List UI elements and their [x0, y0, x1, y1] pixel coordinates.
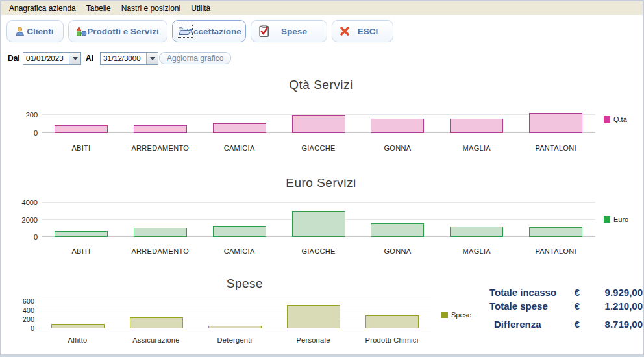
- bar-slot: [353, 301, 431, 328]
- x-axis-label: ABITI: [42, 144, 121, 152]
- bar-assicurazione: [130, 317, 183, 329]
- chevron-down-icon[interactable]: [146, 53, 158, 64]
- person-icon: [14, 26, 25, 37]
- euro-sign: €: [569, 301, 586, 312]
- differenza-row: Differenza € 8.719,00: [489, 317, 643, 331]
- accettazione-button[interactable]: Accettazione: [172, 20, 246, 42]
- bar-maglia: [450, 227, 503, 237]
- bar-giacche: [292, 211, 345, 237]
- bar-pantaloni: [529, 113, 582, 133]
- euro-sign: €: [569, 319, 586, 330]
- bar-slot: [121, 103, 200, 133]
- menu-anagrafica-azienda[interactable]: Anagrafica azienda: [4, 3, 81, 14]
- x-axis-label: GIACCHE: [279, 144, 358, 152]
- x-axis-labels: ABITIARREDAMENTOCAMICIAGIACCHEGONNAMAGLI…: [42, 144, 595, 152]
- x-axis-label: MAGLIA: [437, 144, 516, 152]
- x-axis-label: MAGLIA: [437, 247, 516, 255]
- date-to-select[interactable]: 31/12/3000: [100, 52, 158, 65]
- legend-spese: Spese: [441, 311, 471, 319]
- clipboard-check-icon: [258, 25, 270, 38]
- chart-title: Euro Servizi: [1, 176, 641, 190]
- bar-maglia: [450, 119, 503, 133]
- clienti-button[interactable]: Clienti: [6, 20, 64, 42]
- plot-area: 0200: [42, 103, 595, 133]
- x-axis-labels: AffittoAssicurazioneDetergentiPersonaleP…: [38, 336, 431, 344]
- differenza-label: Differenza: [489, 319, 569, 330]
- y-tick-label: 0: [7, 324, 34, 333]
- x-axis-label: Affitto: [38, 336, 117, 344]
- y-tick-label: 0: [10, 232, 38, 241]
- x-axis-label: Personale: [274, 336, 353, 344]
- toolbar: Clienti Prodotti e Servizi Accettazione: [1, 16, 643, 47]
- y-tick-label: 200: [10, 110, 38, 119]
- bar-slot: [117, 301, 195, 328]
- bar-camicia: [213, 226, 266, 237]
- bars-row: [42, 203, 595, 237]
- bar-camicia: [213, 123, 266, 133]
- date-to-value: 31/12/3000: [101, 55, 146, 62]
- date-from-select[interactable]: 01/01/2023: [23, 52, 81, 65]
- bar-slot: [516, 103, 595, 133]
- x-axis-label: GONNA: [358, 247, 437, 255]
- legend-swatch: [604, 216, 610, 223]
- total-incasso-label: Totale incasso: [489, 287, 569, 298]
- aggiorna-grafico-button[interactable]: Aggiorna grafico: [159, 52, 231, 64]
- total-spese-label: Totale spese: [489, 301, 569, 312]
- bar-slot: [274, 301, 353, 328]
- x-axis-label: Prodotti Chimici: [353, 336, 431, 344]
- bar-arredamento: [134, 228, 187, 237]
- bar-slot: [121, 203, 200, 237]
- red-x-icon: [340, 26, 350, 36]
- total-spese-row: Totale spese € 1.210,00: [489, 299, 643, 313]
- x-axis-label: Assicurazione: [117, 336, 195, 344]
- y-tick-label: 2000: [10, 215, 38, 225]
- bar-slot: [358, 203, 437, 237]
- chart-title: Qtà Servizi: [1, 78, 641, 92]
- date-to-label: Al: [86, 54, 93, 63]
- bars-row: [42, 103, 595, 133]
- menu-nastri-e-posizioni[interactable]: Nastri e posizioni: [116, 3, 186, 14]
- open-folder-icon: [178, 26, 192, 36]
- bar-slot: [42, 203, 121, 237]
- bar-abiti: [55, 231, 108, 237]
- bar-slot: [358, 103, 437, 133]
- x-axis-label: ARREDAMENTO: [121, 247, 200, 255]
- x-axis-label: PANTALONI: [516, 247, 595, 255]
- chevron-down-icon[interactable]: [69, 53, 80, 64]
- bar-slot: [437, 203, 516, 237]
- plot-area: 0200400600: [38, 301, 431, 328]
- legend-qta: Q.tà: [604, 116, 627, 123]
- plot-area: 020004000: [42, 203, 595, 237]
- legend-label: Euro: [613, 215, 628, 223]
- differenza-value: 8.719,00: [586, 319, 643, 330]
- legend-euro: Euro: [604, 215, 628, 223]
- total-incasso-row: Totale incasso € 9.929,00: [489, 286, 643, 299]
- bar-slot: [42, 103, 121, 133]
- bar-giacche: [292, 115, 345, 133]
- spese-button[interactable]: Spese: [251, 20, 327, 42]
- total-spese-value: 1.210,00: [586, 301, 643, 312]
- x-axis-label: CAMICIA: [200, 144, 279, 152]
- legend-swatch: [604, 116, 610, 123]
- x-axis-label: Detergenti: [195, 336, 274, 344]
- prodotti-e-servizi-button[interactable]: Prodotti e Servizi: [68, 20, 167, 42]
- legend-swatch: [441, 312, 448, 318]
- x-axis-label: ABITI: [42, 247, 121, 255]
- x-axis-label: CAMICIA: [200, 247, 279, 255]
- bar-slot: [200, 103, 279, 133]
- y-tick-label: 4000: [10, 198, 38, 207]
- bar-arredamento: [134, 125, 187, 133]
- bar-abiti: [55, 125, 108, 133]
- bars-row: [38, 301, 431, 328]
- menu-tabelle[interactable]: Tabelle: [81, 3, 116, 14]
- chart-title: Spese: [1, 277, 488, 291]
- menu-utilita[interactable]: Utilità: [186, 3, 216, 14]
- y-tick-label: 0: [10, 129, 38, 138]
- app-window: Anagrafica azienda Tabelle Nastri e posi…: [0, 0, 644, 357]
- bar-slot: [200, 203, 279, 237]
- bar-gonna: [371, 223, 424, 237]
- euro-sign: €: [569, 287, 586, 298]
- bar-pantaloni: [529, 227, 582, 237]
- x-axis-label: ARREDAMENTO: [121, 144, 200, 152]
- esci-button[interactable]: ESCI: [332, 20, 393, 42]
